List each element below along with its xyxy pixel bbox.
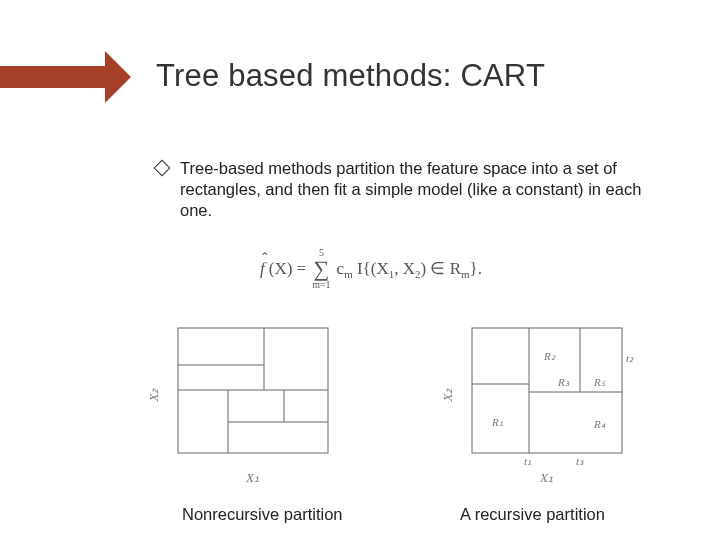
axis-x-label: X₁	[540, 470, 553, 486]
accent-arrow	[105, 51, 131, 103]
formula-lhs: f	[260, 259, 265, 279]
bullet-item: Tree-based methods partition the feature…	[156, 158, 666, 221]
region-label: R₂	[544, 350, 555, 363]
diamond-icon	[154, 160, 171, 177]
axis-x-label: X₁	[246, 470, 259, 486]
sigma-icon: 5 ∑ m=1	[312, 248, 330, 290]
tick-label: t₂	[626, 352, 633, 365]
partition-diagram-left	[160, 322, 335, 467]
caption-recursive: A recursive partition	[460, 505, 605, 524]
formula: f(X) = 5 ∑ m=1 cm I{(X1, X2) ∈ Rm}.	[260, 248, 482, 290]
region-label: R₅	[594, 376, 605, 389]
partition-diagram-right	[454, 322, 634, 467]
region-label: R₄	[594, 418, 605, 431]
figure-recursive: X₂ R₁ R₂ R₃ R₅ R₄ t₁ t₃ t₂ X₁	[454, 322, 634, 471]
bullet-text: Tree-based methods partition the feature…	[180, 158, 666, 221]
svg-rect-7	[472, 328, 622, 453]
tick-label: t₁	[524, 455, 531, 468]
formula-rhs: cm I{(X1, X2) ∈ Rm}.	[337, 258, 482, 280]
region-label: R₁	[492, 416, 503, 429]
axis-y-label: X₂	[146, 389, 162, 402]
accent-bar	[0, 66, 105, 88]
region-label: R₃	[558, 376, 569, 389]
axis-y-label: X₂	[440, 389, 456, 402]
tick-label: t₃	[576, 455, 583, 468]
page-title: Tree based methods: CART	[156, 58, 545, 94]
figure-nonrecursive: X₂ X₁	[160, 322, 335, 471]
caption-nonrecursive: Nonrecursive partition	[182, 505, 343, 524]
